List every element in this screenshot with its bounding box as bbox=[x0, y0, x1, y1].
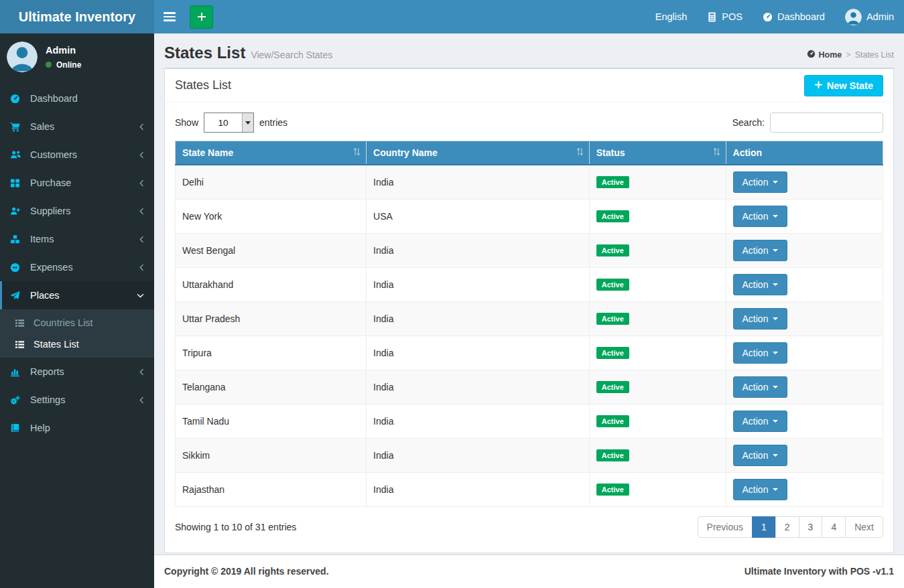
state-name-cell: Delhi bbox=[176, 165, 367, 199]
action-dropdown-button[interactable]: Action bbox=[733, 411, 788, 432]
breadcrumb: Home > States List bbox=[807, 50, 894, 60]
status-badge: Active bbox=[596, 347, 629, 359]
grid-icon bbox=[10, 178, 25, 188]
dashboard-link[interactable]: Dashboard bbox=[753, 0, 835, 33]
status-badge: Active bbox=[596, 484, 629, 496]
dashboard-label: Dashboard bbox=[777, 11, 825, 22]
chevron-left-icon bbox=[139, 123, 144, 131]
language-menu[interactable]: English bbox=[645, 0, 698, 33]
sort-icon bbox=[713, 147, 720, 158]
caret-down-icon bbox=[773, 283, 778, 286]
column-header-action: Action bbox=[726, 141, 883, 165]
sidebar-item-purchase[interactable]: Purchase bbox=[0, 169, 154, 197]
state-name-cell: New York bbox=[176, 199, 367, 233]
caret-down-icon bbox=[773, 317, 778, 320]
sidebar-item-countries-list[interactable]: Countries List bbox=[0, 312, 154, 334]
column-header-state-name[interactable]: State Name bbox=[176, 141, 367, 165]
new-state-button[interactable]: New State bbox=[804, 75, 883, 96]
action-dropdown-button[interactable]: Action bbox=[733, 445, 788, 466]
quick-add-button[interactable] bbox=[190, 5, 213, 29]
select-dropdown-button[interactable] bbox=[242, 113, 253, 132]
action-dropdown-button[interactable]: Action bbox=[733, 376, 788, 398]
country-name-cell: India bbox=[367, 267, 590, 301]
previous-page-button[interactable]: Previous bbox=[698, 516, 753, 538]
state-name-cell: Rajasthan bbox=[176, 472, 367, 506]
list-icon bbox=[15, 318, 28, 328]
status-badge: Active bbox=[596, 415, 629, 427]
table-row: West BengalIndiaActiveAction bbox=[176, 233, 883, 267]
hamburger-menu-button[interactable] bbox=[154, 0, 184, 33]
page-heading: States ListView/Search States bbox=[164, 44, 332, 62]
page-button-1[interactable]: 1 bbox=[752, 516, 776, 538]
user-avatar bbox=[845, 9, 862, 25]
table-row: TelanganaIndiaActiveAction bbox=[176, 370, 883, 404]
language-label: English bbox=[655, 11, 688, 22]
country-name-cell: India bbox=[367, 404, 590, 438]
sidebar-item-dashboard[interactable]: Dashboard bbox=[0, 84, 154, 113]
book-icon bbox=[10, 423, 25, 433]
action-dropdown-button[interactable]: Action bbox=[733, 479, 788, 500]
user-menu[interactable]: Admin bbox=[835, 0, 904, 33]
action-dropdown-button[interactable]: Action bbox=[733, 240, 788, 261]
sidebar-item-places[interactable]: Places bbox=[0, 281, 154, 309]
paper-plane-icon bbox=[10, 291, 25, 301]
sidebar-item-suppliers[interactable]: Suppliers bbox=[0, 197, 154, 225]
action-dropdown-button[interactable]: Action bbox=[733, 171, 788, 193]
caret-down-icon bbox=[773, 215, 778, 218]
status-cell: Active bbox=[589, 233, 726, 267]
sort-icon bbox=[353, 147, 361, 158]
brand-logo[interactable]: Ultimate Inventory bbox=[0, 0, 154, 33]
next-page-button[interactable]: Next bbox=[845, 516, 883, 538]
status-cell: Active bbox=[589, 267, 726, 301]
table-row: UttarakhandIndiaActiveAction bbox=[176, 267, 883, 301]
sidebar-item-expenses[interactable]: Expenses bbox=[0, 253, 154, 281]
sidebar-item-sales[interactable]: Sales bbox=[0, 113, 154, 141]
state-name-cell: Sikkim bbox=[176, 438, 367, 472]
caret-down-icon bbox=[245, 121, 251, 125]
action-dropdown-button[interactable]: Action bbox=[733, 342, 788, 364]
caret-down-icon bbox=[773, 352, 778, 354]
sidebar-item-customers[interactable]: Customers bbox=[0, 141, 154, 169]
states-table-body: DelhiIndiaActiveActionNew YorkUSAActiveA… bbox=[176, 165, 883, 506]
page-button-3[interactable]: 3 bbox=[799, 516, 823, 538]
column-header-status[interactable]: Status bbox=[589, 141, 726, 165]
show-label: Show bbox=[175, 117, 198, 128]
page-length-value: 10 bbox=[204, 113, 242, 132]
sidebar-item-reports[interactable]: Reports bbox=[0, 358, 154, 386]
action-dropdown-button[interactable]: Action bbox=[733, 274, 788, 295]
country-name-cell: India bbox=[367, 438, 590, 472]
page-button-2[interactable]: 2 bbox=[775, 516, 799, 538]
column-header-country-name[interactable]: Country Name bbox=[367, 141, 590, 165]
sidebar: Admin Online Dashboard Sales Customers P… bbox=[0, 33, 154, 588]
sort-icon bbox=[576, 147, 584, 158]
sidebar-item-help[interactable]: Help bbox=[0, 414, 154, 442]
sidebar-user-avatar bbox=[7, 42, 38, 72]
status-badge: Active bbox=[596, 244, 629, 256]
breadcrumb-current: States List bbox=[855, 50, 894, 60]
gears-icon bbox=[10, 395, 25, 405]
sidebar-item-states-list[interactable]: States List bbox=[0, 334, 154, 355]
status-cell: Active bbox=[589, 165, 726, 199]
action-cell: Action bbox=[726, 233, 883, 267]
sidebar-item-items[interactable]: Items bbox=[0, 225, 154, 253]
action-cell: Action bbox=[726, 472, 883, 506]
action-dropdown-button[interactable]: Action bbox=[733, 206, 788, 227]
table-row: New YorkUSAActiveAction bbox=[176, 199, 883, 233]
country-name-cell: USA bbox=[367, 199, 590, 233]
search-input[interactable] bbox=[770, 113, 883, 133]
state-name-cell: West Bengal bbox=[176, 233, 367, 267]
copyright-text: Copyright © 2019 All rights reserved. bbox=[164, 566, 329, 577]
chevron-left-icon bbox=[139, 179, 144, 187]
pos-link[interactable]: POS bbox=[697, 0, 753, 33]
main-footer: Copyright © 2019 All rights reserved. Ul… bbox=[154, 555, 904, 588]
page-button-4[interactable]: 4 bbox=[822, 516, 846, 538]
page-length-select[interactable]: 10 bbox=[204, 113, 254, 133]
status-cell: Active bbox=[589, 370, 726, 404]
sidebar-user-status: Online bbox=[46, 60, 81, 70]
sidebar-item-settings[interactable]: Settings bbox=[0, 386, 154, 414]
places-submenu: Countries List States List bbox=[0, 309, 154, 358]
bar-chart-icon bbox=[10, 367, 25, 377]
action-dropdown-button[interactable]: Action bbox=[733, 308, 788, 329]
breadcrumb-home-link[interactable]: Home bbox=[807, 50, 842, 60]
action-cell: Action bbox=[726, 267, 883, 301]
